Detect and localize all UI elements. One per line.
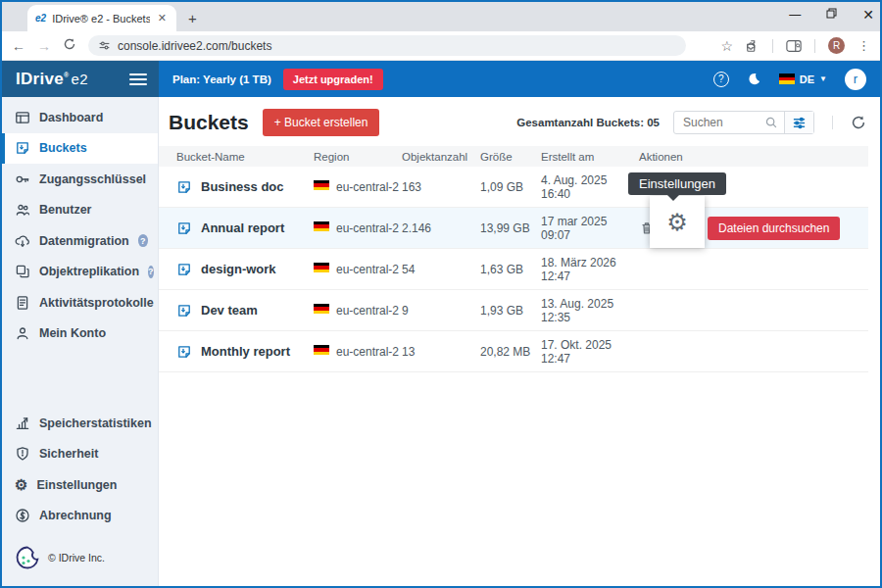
column-header: Region <box>314 151 402 163</box>
sidebar-item-sicherheit[interactable]: Sicherheit <box>2 439 158 470</box>
bucket-icon <box>176 344 192 360</box>
german-flag-icon <box>314 345 329 359</box>
browser-tab[interactable]: e2 IDrive® e2 - Buckets ✕ <box>27 5 176 31</box>
refresh-icon[interactable] <box>851 115 866 130</box>
bucket-name: Annual report <box>201 220 284 235</box>
dark-mode-moon-icon[interactable] <box>747 72 761 86</box>
language-selector[interactable]: DE ▼ <box>779 74 827 85</box>
sidebar-item-abrechnung[interactable]: Abrechnung <box>2 501 158 532</box>
sidebar-item-label: Sicherheit <box>39 447 98 461</box>
side-panel-icon[interactable] <box>786 39 802 53</box>
sidebar-item-benutzer[interactable]: Benutzer <box>2 195 158 226</box>
object-count-value: 54 <box>402 263 480 276</box>
table-row[interactable]: Dev teameu-central-291,93 GB13. Aug. 202… <box>159 290 868 331</box>
sidebar-item-speicherstatistiken[interactable]: Speicherstatistiken <box>2 408 158 439</box>
sidebar-item-zugangsschl-ssel[interactable]: Zugangsschlüssel <box>2 164 158 195</box>
created-date-value: 17 mar 2025 09:07 <box>541 215 639 242</box>
menu-hamburger-icon[interactable] <box>129 71 147 88</box>
size-value: 20,82 MB <box>480 345 541 359</box>
bookmark-star-icon[interactable]: ☆ <box>720 38 733 54</box>
sidebar-item-buckets[interactable]: Buckets <box>2 133 158 165</box>
create-bucket-button[interactable]: + Bucket erstellen <box>263 109 380 136</box>
idrive-cookie-logo-icon <box>15 545 40 570</box>
sidebar-item-label: Aktivitätsprotokolle <box>39 296 154 310</box>
account-avatar[interactable]: r <box>845 69 866 90</box>
table-row[interactable]: Business doceu-central-21631,09 GB4. Aug… <box>159 167 868 208</box>
bucket-icon <box>176 303 192 318</box>
sidebar-item-datenmigration[interactable]: Datenmigration? <box>2 225 158 257</box>
users-icon <box>15 202 30 218</box>
sidebar-item-aktivit-tsprotokolle[interactable]: Aktivitätsprotokolle <box>2 287 158 318</box>
total-buckets-label: Gesamtanzahl Buckets: 05 <box>516 117 660 128</box>
sidebar-footer: © IDrive Inc. <box>2 531 158 586</box>
sidebar-item-label: Abrechnung <box>39 509 112 522</box>
idrive-e2-logo: IDrive®e2 <box>16 70 88 89</box>
search-input[interactable] <box>674 112 764 133</box>
window-minimize-icon[interactable]: — <box>789 4 801 25</box>
region-value: eu-central-2 <box>336 304 399 318</box>
extensions-icon[interactable] <box>746 39 760 53</box>
gear-icon: ⚙ <box>15 477 27 492</box>
bucket-icon <box>15 140 30 156</box>
bucket-name: design-work <box>201 262 276 276</box>
sidebar-item-mein-konto[interactable]: Mein Konto <box>2 318 158 350</box>
gear-icon: ⚙ <box>666 211 688 234</box>
search-icon[interactable] <box>764 112 784 133</box>
sidebar-item-label: Objektreplikation <box>39 265 139 278</box>
filter-icon[interactable] <box>784 112 813 133</box>
app-header: IDrive®e2 Plan: Yearly (1 TB) Jetzt upgr… <box>2 61 880 97</box>
size-value: 1,93 GB <box>480 304 541 318</box>
table-row[interactable]: Monthly reporteu-central-21320,82 MB17. … <box>159 331 868 372</box>
sidebar-item-label: Zugangsschlüssel <box>39 172 146 186</box>
window-restore-icon[interactable] <box>826 4 837 25</box>
browse-files-button[interactable]: Dateien durchsuchen <box>708 217 840 240</box>
sidebar-item-label: Benutzer <box>39 203 91 217</box>
sidebar-item-label: Dashboard <box>39 111 103 124</box>
back-icon[interactable]: ← <box>12 38 25 54</box>
window-close-icon[interactable]: ✕ <box>862 4 874 25</box>
sidebar: DashboardBucketsZugangsschlüsselBenutzer… <box>2 97 159 586</box>
sidebar-item-label: Mein Konto <box>39 326 106 340</box>
object-count-value: 2.146 <box>402 221 480 235</box>
table-header-row: Bucket-NameRegionObjektanzahlGrößeErstel… <box>159 146 868 167</box>
bucket-icon <box>176 262 192 277</box>
table-row[interactable]: design-workeu-central-2541,63 GB18. März… <box>159 249 868 290</box>
region-value: eu-central-2 <box>336 345 399 359</box>
region-value: eu-central-2 <box>336 263 399 276</box>
help-badge-icon[interactable]: ? <box>138 234 148 247</box>
url-bar[interactable]: console.idrivee2.com/buckets <box>88 35 686 56</box>
tab-favicon: e2 <box>35 13 46 24</box>
site-settings-icon <box>98 39 111 52</box>
browser-tabstrip: e2 IDrive® e2 - Buckets ✕ + — ✕ <box>2 2 880 31</box>
new-tab-button[interactable]: + <box>188 10 197 26</box>
bucket-icon <box>176 220 192 236</box>
sidebar-item-label: Buckets <box>39 141 87 155</box>
column-header: Aktionen <box>639 151 868 163</box>
help-badge-icon[interactable]: ? <box>148 266 154 278</box>
column-header: Erstellt am <box>541 151 639 163</box>
bucket-name: Business doc <box>201 179 284 194</box>
tab-close-icon[interactable]: ✕ <box>156 12 169 24</box>
column-header: Objektanzahl <box>402 151 480 163</box>
help-icon[interactable]: ? <box>713 72 729 87</box>
cloud-migration-icon <box>15 233 30 249</box>
stats-icon <box>15 416 30 431</box>
dashboard-icon <box>15 110 30 125</box>
browser-menu-icon[interactable]: ⋮ <box>858 38 870 53</box>
forward-icon[interactable]: → <box>37 38 51 54</box>
sidebar-item-einstellungen[interactable]: ⚙Einstellungen <box>2 469 158 501</box>
tab-title: IDrive® e2 - Buckets <box>52 13 150 24</box>
browser-profile-avatar[interactable]: R <box>828 37 845 54</box>
sidebar-item-label: Datenmigration <box>39 234 129 248</box>
sidebar-item-dashboard[interactable]: Dashboard <box>2 102 158 133</box>
sidebar-item-objektreplikation[interactable]: Objektreplikation? <box>2 257 158 288</box>
bucket-icon <box>176 179 192 195</box>
page-title: Buckets <box>169 111 249 134</box>
upgrade-button[interactable]: Jetzt upgraden! <box>283 69 383 90</box>
copyright-text: © IDrive Inc. <box>48 552 105 564</box>
chevron-down-icon: ▼ <box>819 74 827 83</box>
column-header: Größe <box>480 151 541 163</box>
reload-icon[interactable] <box>63 37 76 54</box>
main-content: Buckets + Bucket erstellen Gesamtanzahl … <box>159 97 880 586</box>
object-count-value: 9 <box>402 304 480 318</box>
